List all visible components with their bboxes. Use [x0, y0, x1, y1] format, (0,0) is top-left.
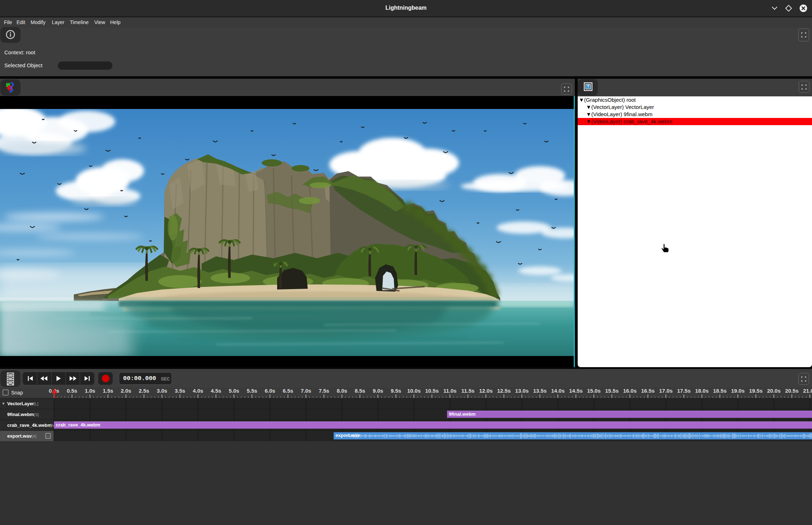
- svg-text:21.0s: 21.0s: [803, 388, 812, 394]
- svg-text:19.5s: 19.5s: [749, 388, 763, 394]
- svg-text:5.5s: 5.5s: [247, 388, 257, 394]
- svg-text:12.5s: 12.5s: [497, 388, 511, 394]
- svg-text:20.5s: 20.5s: [785, 388, 799, 394]
- svg-text:19.0s: 19.0s: [731, 388, 745, 394]
- svg-text:7.0s: 7.0s: [301, 388, 311, 394]
- svg-text:10.0s: 10.0s: [407, 388, 421, 394]
- svg-text:4.5s: 4.5s: [211, 388, 221, 394]
- svg-text:10.5s: 10.5s: [425, 388, 439, 394]
- svg-text:1.5s: 1.5s: [103, 388, 113, 394]
- svg-text:0.5s: 0.5s: [67, 388, 77, 394]
- svg-text:9.5s: 9.5s: [391, 388, 401, 394]
- svg-text:11.5s: 11.5s: [461, 388, 475, 394]
- svg-text:8.0s: 8.0s: [337, 388, 347, 394]
- svg-text:13.0s: 13.0s: [515, 388, 529, 394]
- svg-text:14.0s: 14.0s: [551, 388, 565, 394]
- svg-text:2.0s: 2.0s: [121, 388, 131, 394]
- svg-text:?: ?: [587, 84, 589, 89]
- svg-text:8.5s: 8.5s: [355, 388, 365, 394]
- svg-text:18.0s: 18.0s: [695, 388, 709, 394]
- svg-text:17.0s: 17.0s: [659, 388, 673, 394]
- svg-text:14.5s: 14.5s: [569, 388, 583, 394]
- svg-text:12.0s: 12.0s: [479, 388, 493, 394]
- svg-text:20.0s: 20.0s: [767, 388, 781, 394]
- svg-text:16.0s: 16.0s: [623, 388, 637, 394]
- svg-text:9.0s: 9.0s: [373, 388, 383, 394]
- svg-text:2.5s: 2.5s: [139, 388, 149, 394]
- svg-text:15.5s: 15.5s: [605, 388, 619, 394]
- svg-text:13.5s: 13.5s: [533, 388, 547, 394]
- svg-text:17.5s: 17.5s: [677, 388, 691, 394]
- svg-text:6.0s: 6.0s: [265, 388, 275, 394]
- svg-text:5.0s: 5.0s: [229, 388, 239, 394]
- svg-text:3.0s: 3.0s: [157, 388, 167, 394]
- svg-text:6.5s: 6.5s: [283, 388, 293, 394]
- svg-text:3.5s: 3.5s: [175, 388, 185, 394]
- svg-text:16.5s: 16.5s: [641, 388, 655, 394]
- svg-text:11.0s: 11.0s: [443, 388, 457, 394]
- svg-text:7.5s: 7.5s: [319, 388, 329, 394]
- svg-text:1.0s: 1.0s: [85, 388, 95, 394]
- svg-text:15.0s: 15.0s: [587, 388, 601, 394]
- svg-text:4.0s: 4.0s: [193, 388, 203, 394]
- svg-text:18.5s: 18.5s: [713, 388, 727, 394]
